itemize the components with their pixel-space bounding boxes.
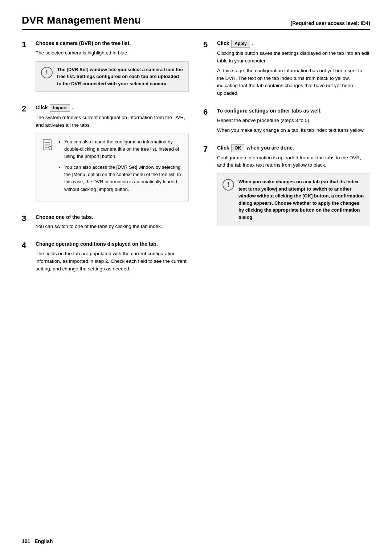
step-7-number: 7 (203, 144, 213, 230)
step-5-number: 5 (203, 40, 213, 99)
tip-bullet-2: You can also access the [DVR Set] window… (64, 164, 183, 193)
page-header: DVR Management Menu (Required user acces… (22, 15, 370, 30)
page-footer: 101 English (22, 538, 53, 544)
step-7-note: ! When you make changes on any tab (so t… (217, 174, 370, 225)
warning-icon-2: ! (222, 179, 234, 191)
tip-bullet-list: You can also import the configuration in… (58, 138, 183, 193)
ok-button-inline[interactable]: OK (231, 144, 244, 152)
page: DVR Management Menu (Required user acces… (0, 0, 392, 555)
step-2-click-label: Click (36, 105, 48, 110)
step-5: 5 Click Apply . Clicking this button sav… (203, 40, 370, 99)
step-5-click-label: Click (217, 40, 229, 46)
step-5-heading: Click Apply . (217, 40, 370, 48)
step-6-text1: Repeat the above procedure (steps 3 to 5… (217, 117, 370, 125)
step-6-heading: To configure settings on other tabs as w… (217, 107, 370, 115)
content-columns: 1 Choose a camera (DVR) on the tree list… (22, 40, 370, 283)
step-1-text: The selected camera is highlighted in bl… (36, 49, 189, 57)
step-7-click-label: Click (217, 145, 229, 151)
step-2-tip: You can also import the configuration in… (36, 134, 189, 201)
step-2-heading: Click Import . (36, 104, 189, 112)
step-4-content: Change operating conditions displayed on… (36, 241, 189, 275)
step-6: 6 To configure settings on other tabs as… (203, 107, 370, 136)
step-7-heading: Click OK when you are done. (217, 144, 370, 152)
warning-icon: ! (41, 67, 53, 78)
step-5-content: Click Apply . Clicking this button saves… (217, 40, 370, 99)
tip-icon (41, 139, 54, 152)
page-subtitle: (Required user access level: ID4) (291, 20, 370, 26)
tip-bullet-1: You can also import the configuration in… (64, 138, 183, 160)
step-7: 7 Click OK when you are done. Configurat… (203, 144, 370, 230)
step-3: 3 Choose one of the tabs. You can switch… (22, 214, 189, 233)
step-3-content: Choose one of the tabs. You can switch t… (36, 214, 189, 233)
step-2-tip-content: You can also import the configuration in… (58, 138, 183, 197)
step-6-text2: When you make any change on a tab, its t… (217, 127, 370, 134)
page-title: DVR Management Menu (22, 15, 141, 26)
step-7-heading-suffix: when you are done. (246, 145, 294, 151)
step-2: 2 Click Import . The system retrieves cu… (22, 104, 189, 206)
step-7-content: Click OK when you are done. Configuratio… (217, 144, 370, 230)
step-3-text: You can switch to one of the tabs by cli… (36, 223, 189, 230)
step-1-note-text: The [DVR Set] window lets you select a c… (57, 66, 183, 87)
step-2-content: Click Import . The system retrieves curr… (36, 104, 189, 206)
step-4-number: 4 (22, 241, 32, 275)
step-7-text: Configuration information is uploaded fr… (217, 154, 370, 170)
step-2-text: The system retrieves current configurati… (36, 114, 189, 129)
step-7-note-text: When you make changes on any tab (so tha… (238, 178, 365, 221)
step-4: 4 Change operating conditions displayed … (22, 241, 189, 275)
step-3-heading: Choose one of the tabs. (36, 214, 189, 221)
left-column: 1 Choose a camera (DVR) on the tree list… (22, 40, 189, 283)
step-6-content: To configure settings on other tabs as w… (217, 107, 370, 136)
right-column: 5 Click Apply . Clicking this button sav… (203, 40, 370, 283)
step-1-content: Choose a camera (DVR) on the tree list. … (36, 40, 189, 96)
step-2-number: 2 (22, 104, 32, 206)
step-1-heading: Choose a camera (DVR) on the tree list. (36, 40, 189, 47)
step-5-text2: At this stage, the configuration informa… (217, 67, 370, 98)
step-1-note: ! The [DVR Set] window lets you select a… (36, 61, 189, 92)
footer-language: English (34, 538, 53, 544)
step-4-heading: Change operating conditions displayed on… (36, 241, 189, 248)
step-4-text: The fields on the tab are populated with… (36, 250, 189, 273)
step-5-text1: Clicking this button saves the settings … (217, 50, 370, 65)
step-3-number: 3 (22, 214, 32, 233)
page-number: 101 (22, 538, 30, 544)
apply-button-inline[interactable]: Apply (231, 40, 250, 48)
step-6-number: 6 (203, 107, 213, 136)
step-1-number: 1 (22, 40, 32, 96)
step-1: 1 Choose a camera (DVR) on the tree list… (22, 40, 189, 96)
import-button-inline[interactable]: Import (50, 104, 70, 112)
